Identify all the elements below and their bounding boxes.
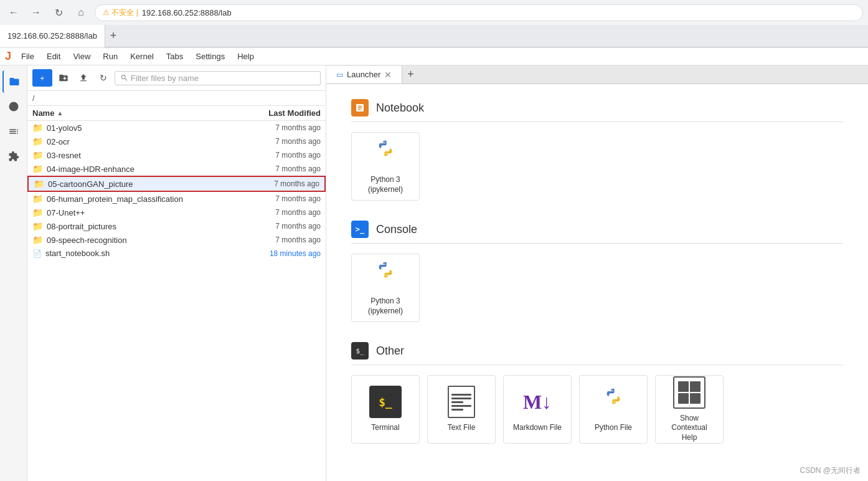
folder-icon: 📁 — [32, 235, 43, 245]
contextual-help-label: Show Contextual Help — [663, 414, 715, 443]
python3-console-label: Python 3(ipykernel) — [368, 297, 403, 316]
browser-chrome: ← → ↻ ⌂ ⚠ 不安全 | 192.168.60.252:8888/lab … — [0, 0, 868, 48]
folder-icon: 📁 — [32, 194, 43, 204]
sidebar-running-icon[interactable] — [2, 95, 25, 118]
file-list-header[interactable]: Name ▲ Last Modified — [27, 106, 326, 121]
menu-kernel[interactable]: Kernel — [125, 49, 159, 64]
contextual-help-icon — [673, 376, 705, 409]
file-list: Name ▲ Last Modified 📁01-yolov5 7 months… — [27, 106, 326, 481]
file-panel: + ↻ / — [27, 65, 326, 481]
new-launcher-plus-icon: + — [40, 74, 45, 83]
search-input[interactable] — [131, 74, 315, 83]
notebook-grid: Python 3(ipykernel) — [351, 132, 843, 201]
folder-icon: 📁 — [32, 207, 43, 217]
file-row-selected[interactable]: 📁05-cartoonGAN_picture 7 months ago — [27, 176, 326, 192]
other-grid: $_ Terminal — [351, 375, 843, 444]
file-row[interactable]: 📁04-image-HDR-enhance 7 months ago — [27, 162, 326, 176]
file-row-sh[interactable]: 📄start_notebook.sh 18 minutes ago — [27, 247, 326, 260]
refresh-button[interactable]: ↻ — [50, 4, 67, 21]
address-bar[interactable]: ⚠ 不安全 | 192.168.60.252:8888/lab — [95, 4, 863, 21]
name-column-header: Name ▲ — [32, 108, 234, 118]
modified-column-header: Last Modified — [234, 108, 321, 118]
python3-notebook-label: Python 3(ipykernel) — [368, 175, 403, 194]
python-file-label: Python File — [595, 423, 632, 433]
new-browser-tab-button[interactable]: + — [105, 27, 122, 45]
search-icon — [120, 74, 128, 82]
python3-console-icon — [369, 259, 402, 292]
browser-toolbar: ← → ↻ ⌂ ⚠ 不安全 | 192.168.60.252:8888/lab — [0, 0, 868, 25]
markdown-file-card[interactable]: M↓ Markdown File — [503, 375, 572, 444]
other-section-header: $_ Other — [351, 342, 843, 365]
sidebar-extensions-icon[interactable] — [2, 145, 25, 168]
notebook-section-header: Notebook — [351, 99, 843, 122]
app-logo: J — [5, 50, 11, 63]
folder-icon: 📁 — [34, 179, 44, 189]
sidebar-files-icon[interactable] — [2, 70, 25, 93]
file-row[interactable]: 📁02-ocr 7 months ago — [27, 135, 326, 148]
file-toolbar: + ↻ — [27, 65, 326, 91]
refresh-file-list-button[interactable]: ↻ — [95, 69, 112, 87]
console-section: >_ Console — [351, 221, 843, 322]
upload-button[interactable] — [75, 69, 92, 87]
security-warning-icon: ⚠ 不安全 | — [103, 7, 138, 18]
launcher-tab-label: Launcher — [347, 70, 380, 79]
folder-icon: 📁 — [32, 123, 43, 133]
menu-tabs[interactable]: Tabs — [161, 49, 188, 64]
folder-icon: 📁 — [32, 136, 43, 146]
markdown-file-label: Markdown File — [513, 423, 562, 433]
launcher-tab[interactable]: ▭ Launcher ✕ — [326, 66, 402, 83]
breadcrumb-text: / — [32, 93, 35, 103]
address-text: 192.168.60.252:8888/lab — [142, 8, 232, 17]
file-search-box[interactable] — [115, 71, 321, 85]
sidebar-icons — [0, 65, 27, 481]
launcher-tab-icon: ▭ — [336, 70, 343, 79]
new-launcher-tab-button[interactable]: + — [402, 65, 419, 83]
python3-console-card[interactable]: Python 3(ipykernel) — [351, 254, 420, 322]
python3-notebook-card[interactable]: Python 3(ipykernel) — [351, 132, 420, 201]
menu-settings[interactable]: Settings — [191, 49, 230, 64]
menu-run[interactable]: Run — [98, 49, 123, 64]
contextual-help-card[interactable]: Show Contextual Help — [655, 375, 724, 444]
file-row[interactable]: 📁09-speech-recognition 7 months ago — [27, 233, 326, 247]
other-section-icon: $_ — [351, 342, 369, 360]
sidebar-toc-icon[interactable] — [2, 120, 25, 143]
back-button[interactable]: ← — [5, 4, 22, 21]
home-button[interactable]: ⌂ — [72, 4, 90, 21]
terminal-card[interactable]: $_ Terminal — [351, 375, 420, 444]
browser-tab[interactable]: 192.168.60.252:8888/lab — [0, 25, 105, 47]
breadcrumb: / — [27, 91, 326, 106]
launcher-content: Notebook — [326, 84, 868, 479]
folder-icon: 📁 — [32, 150, 43, 160]
file-row[interactable]: 📁07-Unet++ 7 months ago — [27, 206, 326, 219]
notebook-section-label: Notebook — [376, 102, 424, 115]
launcher-tab-close-button[interactable]: ✕ — [384, 70, 392, 80]
menu-edit[interactable]: Edit — [42, 49, 65, 64]
app-container: J File Edit View Run Kernel Tabs Setting… — [0, 48, 868, 481]
folder-icon: 📁 — [32, 164, 43, 174]
menu-help[interactable]: Help — [232, 49, 259, 64]
other-section-label: Other — [376, 345, 404, 358]
svg-point-0 — [9, 102, 18, 112]
new-folder-button[interactable] — [55, 69, 72, 87]
watermark: CSDN @无间行者 — [800, 465, 861, 476]
file-row[interactable]: 📁06-human_protein_map_classification 7 m… — [27, 192, 326, 206]
console-section-label: Console — [376, 223, 417, 236]
file-row[interactable]: 📁03-resnet 7 months ago — [27, 148, 326, 162]
forward-button[interactable]: → — [27, 4, 45, 21]
terminal-label: Terminal — [371, 423, 399, 433]
menu-view[interactable]: View — [68, 49, 95, 64]
launcher-area: ▭ Launcher ✕ + Notebook — [326, 65, 868, 481]
menu-file[interactable]: File — [16, 49, 39, 64]
file-row[interactable]: 📁01-yolov5 7 months ago — [27, 121, 326, 135]
text-file-card[interactable]: Text File — [427, 375, 496, 444]
python-file-card[interactable]: Python File — [579, 375, 648, 444]
text-file-icon — [445, 386, 478, 418]
tab-bar: 192.168.60.252:8888/lab + — [0, 25, 868, 47]
console-section-icon: >_ — [351, 221, 369, 238]
notebook-section-icon — [351, 99, 369, 117]
new-launcher-button[interactable]: + — [32, 69, 52, 87]
main-area: + ↻ / — [0, 65, 868, 481]
console-grid: Python 3(ipykernel) — [351, 254, 843, 322]
folder-icon: 📁 — [32, 221, 43, 231]
file-row[interactable]: 📁08-portrait_pictures 7 months ago — [27, 219, 326, 233]
